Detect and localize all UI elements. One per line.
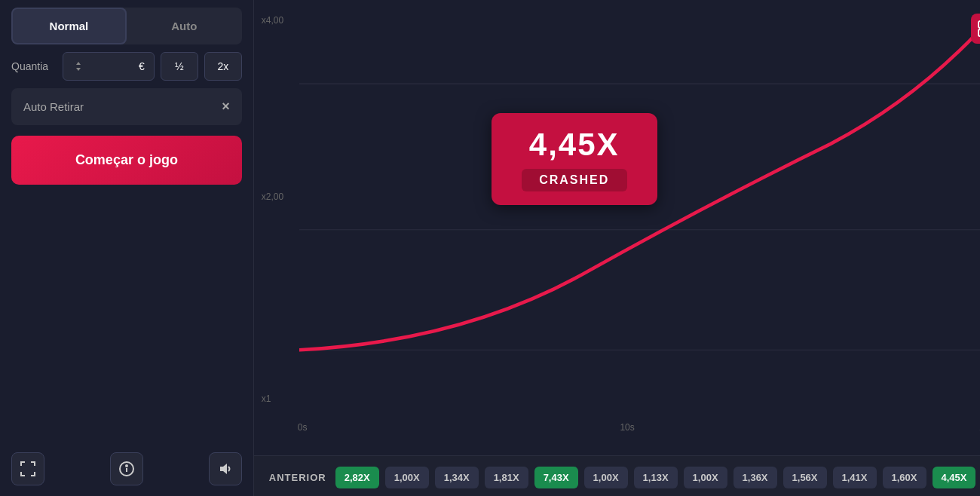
history-item[interactable]: 1,34X — [435, 467, 479, 488]
history-item[interactable]: 1,00X — [385, 467, 429, 488]
history-item[interactable]: 1,36X — [733, 467, 777, 488]
auto-retirar-close[interactable]: × — [222, 99, 230, 115]
history-item[interactable]: 4,45X — [933, 467, 976, 488]
crash-chart — [299, 15, 980, 410]
quantia-label: Quantia — [11, 60, 57, 72]
mode-toggle: Normal Auto — [11, 8, 242, 44]
history-items: 2,82X1,00X1,34X1,81X7,43X1,00X1,13X1,00X… — [335, 467, 976, 488]
crash-icon — [971, 14, 980, 44]
y-label-1: x1 — [262, 393, 271, 404]
history-item[interactable]: 1,00X — [584, 467, 628, 488]
fullscreen-button[interactable] — [11, 452, 44, 485]
y-label-2: x2,00 — [262, 191, 283, 202]
x-label-10s: 10s — [620, 422, 634, 433]
chart-area: x4,00 x2,00 x1 0s 10s 20s 4,45X CRA — [254, 0, 980, 496]
info-icon — [119, 461, 134, 476]
history-item[interactable]: 1,56X — [783, 467, 827, 488]
amount-field[interactable] — [89, 60, 134, 72]
history-item[interactable]: 1,41X — [833, 467, 877, 488]
history-item[interactable]: 1,13X — [634, 467, 678, 488]
fullscreen-icon — [20, 461, 35, 476]
crash-multiplier: 4,45X — [522, 127, 627, 163]
crashed-card: 4,45X CRASHED — [492, 113, 657, 205]
start-game-button[interactable]: Começar o jogo — [11, 136, 242, 185]
anterior-label: ANTERIOR — [269, 472, 326, 483]
normal-mode-button[interactable]: Normal — [11, 8, 127, 44]
currency-symbol: € — [139, 60, 145, 72]
y-label-4: x4,00 — [262, 15, 283, 26]
history-item[interactable]: 1,60X — [883, 467, 926, 488]
sound-button[interactable] — [209, 452, 242, 485]
sound-icon — [218, 461, 233, 476]
history-bar: ANTERIOR 2,82X1,00X1,34X1,81X7,43X1,00X1… — [254, 455, 980, 496]
x-label-0s: 0s — [298, 422, 308, 433]
history-item[interactable]: 1,00X — [684, 467, 727, 488]
double-button[interactable]: 2x — [204, 52, 242, 81]
chart-container: x4,00 x2,00 x1 0s 10s 20s 4,45X CRA — [254, 0, 980, 455]
history-item[interactable]: 7,43X — [534, 467, 578, 488]
left-panel: Normal Auto Quantia € ½ 2x Auto Retirar … — [0, 0, 254, 496]
svg-point-2 — [126, 465, 127, 467]
half-button[interactable]: ½ — [161, 52, 198, 81]
bottom-left-controls — [11, 449, 242, 488]
svg-marker-3 — [220, 464, 227, 474]
auto-retirar-label: Auto Retirar — [23, 100, 222, 113]
history-item[interactable]: 1,81X — [485, 467, 528, 488]
auto-retirar-row: Auto Retirar × — [11, 88, 242, 125]
crashed-label: CRASHED — [522, 169, 627, 191]
info-button[interactable] — [110, 452, 143, 485]
quantia-row: Quantia € ½ 2x — [11, 52, 242, 81]
amount-input-wrapper[interactable]: € — [63, 52, 155, 81]
up-down-icon — [72, 60, 84, 72]
auto-mode-button[interactable]: Auto — [127, 8, 242, 44]
history-item[interactable]: 2,82X — [335, 467, 379, 488]
